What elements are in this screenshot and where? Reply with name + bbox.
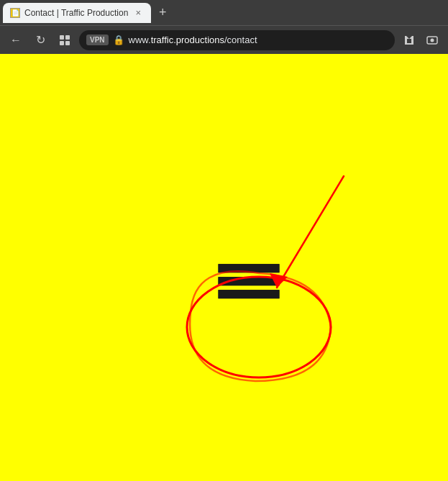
hamburger-line-1: [218, 264, 279, 272]
nav-bar: ← ↻ VPN 🔒 www.traffic.productions/contac…: [0, 25, 448, 54]
tab-close-button[interactable]: ×: [132, 7, 144, 19]
screenshot-button[interactable]: [422, 30, 442, 50]
lock-icon: 🔒: [113, 35, 124, 45]
hamburger-menu-icon[interactable]: [218, 264, 279, 298]
reload-button[interactable]: ↻: [30, 30, 50, 50]
tab-bar: 📄 Contact | Traffic Production × +: [0, 0, 448, 25]
svg-rect-2: [60, 41, 64, 45]
svg-point-5: [431, 38, 434, 42]
svg-line-7: [277, 176, 344, 288]
hamburger-line-3: [218, 290, 279, 298]
hamburger-line-2: [218, 277, 279, 285]
url-domain: traffic.productions: [151, 35, 224, 45]
tab-title: Contact | Traffic Production: [24, 8, 128, 18]
share-button[interactable]: [399, 30, 419, 50]
browser-chrome: 📄 Contact | Traffic Production × + ← ↻ V…: [0, 0, 448, 54]
address-bar[interactable]: VPN 🔒 www.traffic.productions/contact: [79, 30, 395, 50]
page-content: [0, 54, 448, 481]
vpn-badge[interactable]: VPN: [86, 35, 109, 45]
url-display: www.traffic.productions/contact: [129, 35, 388, 45]
nav-actions: [399, 30, 442, 50]
svg-rect-0: [60, 35, 64, 40]
active-tab[interactable]: 📄 Contact | Traffic Production ×: [3, 3, 151, 23]
grid-button[interactable]: [55, 30, 75, 50]
svg-rect-3: [65, 41, 70, 45]
url-prefix: www.: [129, 35, 151, 45]
tab-favicon: 📄: [10, 8, 20, 18]
svg-rect-1: [65, 35, 70, 40]
back-button[interactable]: ←: [6, 30, 26, 50]
url-path: /contact: [224, 35, 257, 45]
hamburger-container: [218, 264, 279, 298]
new-tab-button[interactable]: +: [152, 3, 173, 23]
